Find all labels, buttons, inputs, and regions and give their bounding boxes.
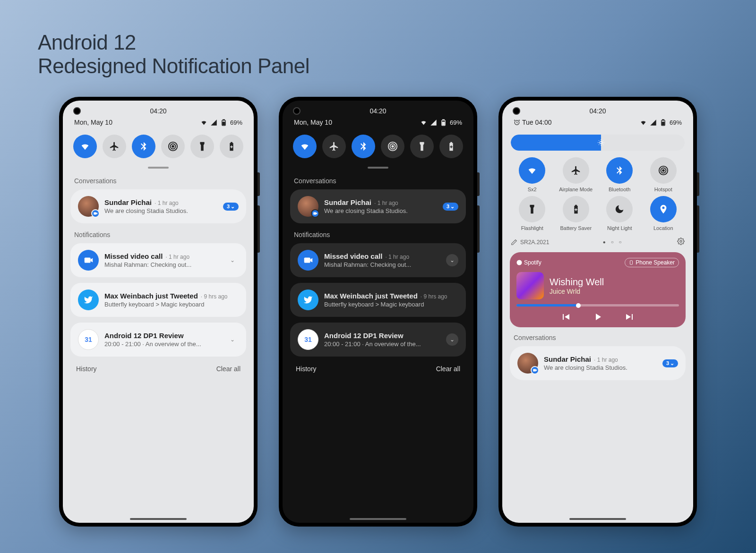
qs-hotspot-button[interactable] xyxy=(381,135,404,158)
avatar xyxy=(298,196,318,217)
conversation-count-badge[interactable]: 3⌄ xyxy=(443,203,458,211)
video-call-icon xyxy=(78,250,99,271)
qs-tile-label: Battery Saver xyxy=(560,225,592,231)
quick-settings-row xyxy=(63,132,254,162)
svg-rect-10 xyxy=(442,122,445,125)
punch-hole-camera xyxy=(513,107,520,115)
video-call-icon xyxy=(298,250,318,271)
qs-wifi-button[interactable] xyxy=(73,135,97,158)
qs-flashlight-button[interactable] xyxy=(410,135,434,158)
page-title-line1: Android 12 xyxy=(38,31,718,54)
qs-wifi-button[interactable] xyxy=(293,135,317,158)
qs-tile-label: Location xyxy=(653,225,673,231)
svg-rect-1 xyxy=(223,119,225,120)
notification-card[interactable]: Missed video call · 1 hr ago Mishal Rahm… xyxy=(290,243,466,277)
nav-handle[interactable] xyxy=(569,518,626,520)
nav-handle[interactable] xyxy=(350,518,406,520)
conversation-card[interactable]: Sundar Pichai · 1 hr ago We are closing … xyxy=(70,189,246,223)
notification-title: Android 12 DP1 Review xyxy=(324,332,404,340)
status-indicators: 69% xyxy=(200,119,242,126)
app-badge-icon xyxy=(91,209,100,218)
next-track-button[interactable] xyxy=(624,311,636,323)
punch-hole-camera xyxy=(293,107,301,115)
edit-icon[interactable] xyxy=(511,239,517,246)
notification-text: 20:00 - 21:00 · An overview of the... xyxy=(104,340,221,348)
expand-chevron[interactable]: ⌄ xyxy=(226,333,239,346)
quick-settings-grid: Sx2 Airplane Mode Bluetooth Hotspot Flas… xyxy=(502,157,693,235)
qs-battery-saver-button[interactable] xyxy=(220,135,243,158)
qs-bluetooth-button[interactable] xyxy=(606,157,633,184)
twitter-icon xyxy=(298,289,318,310)
signal-icon xyxy=(650,119,657,126)
qs-bluetooth-button[interactable] xyxy=(132,135,155,158)
notification-card[interactable]: 31 Android 12 DP1 Review 20:00 - 21:00 ·… xyxy=(290,323,466,357)
qs-hotspot-button[interactable] xyxy=(161,135,185,158)
qs-flashlight-button[interactable] xyxy=(519,196,545,222)
qs-location-button[interactable] xyxy=(650,196,677,222)
history-button[interactable]: History xyxy=(76,365,97,373)
battery-percent: 69% xyxy=(450,119,462,126)
svg-point-11 xyxy=(392,145,394,147)
qs-night-light-button[interactable] xyxy=(606,196,633,222)
notification-card[interactable]: Max Weinbach just Tweeted · 9 hrs ago Bu… xyxy=(290,283,466,317)
drag-handle[interactable] xyxy=(368,167,388,169)
wifi-icon xyxy=(200,119,207,126)
previous-track-button[interactable] xyxy=(560,311,571,323)
settings-gear-icon[interactable] xyxy=(677,238,685,247)
conversation-card[interactable]: Sundar Pichai · 1 hr ago We are closing … xyxy=(510,346,686,380)
qs-tile-label: Sx2 xyxy=(528,187,537,192)
spotify-icon xyxy=(516,260,522,265)
expand-chevron[interactable]: ⌄ xyxy=(226,254,239,266)
conversation-count-badge[interactable]: 3⌄ xyxy=(223,203,239,211)
notification-card[interactable]: Max Weinbach just Tweeted · 9 hrs ago Bu… xyxy=(70,283,246,317)
album-art xyxy=(516,272,544,299)
svg-rect-9 xyxy=(443,119,445,120)
calendar-icon: 31 xyxy=(78,329,99,350)
qs-tile-label: Airplane Mode xyxy=(559,187,593,192)
play-button[interactable] xyxy=(592,311,603,323)
qs-wifi-button[interactable] xyxy=(519,157,545,184)
svg-rect-19 xyxy=(662,122,664,125)
conversations-header: Conversations xyxy=(283,175,473,189)
track-artist: Juice Wrld xyxy=(550,288,604,295)
status-indicators: 69% xyxy=(640,119,682,126)
notification-card[interactable]: 31 Android 12 DP1 Review 20:00 - 21:00 ·… xyxy=(70,323,246,357)
expand-chevron[interactable]: ⌄ xyxy=(446,333,458,346)
qs-airplane-button[interactable] xyxy=(322,135,346,158)
conversations-header: Conversations xyxy=(502,332,693,346)
drag-handle[interactable] xyxy=(148,167,169,169)
conversation-text: We are closing Stadia Studios. xyxy=(324,207,437,214)
page-title-line2: Redesigned Notification Panel xyxy=(38,54,718,78)
qs-battery-saver-button[interactable] xyxy=(439,135,463,158)
expand-chevron[interactable]: ⌄ xyxy=(446,254,458,266)
conversation-meta: 1 hr ago xyxy=(158,200,179,206)
brightness-thumb-icon xyxy=(596,137,606,148)
notification-text: Mishal Rahman: Checking out... xyxy=(104,261,221,268)
battery-percent: 69% xyxy=(230,119,242,126)
media-progress-bar[interactable] xyxy=(516,304,679,306)
conversation-text: We are closing Stadia Studios. xyxy=(104,207,217,214)
svg-rect-18 xyxy=(662,119,664,120)
notification-meta: 9 hrs ago xyxy=(204,293,228,300)
qs-bluetooth-button[interactable] xyxy=(352,135,375,158)
qs-hotspot-button[interactable] xyxy=(650,157,677,184)
battery-icon xyxy=(660,119,667,126)
brightness-slider[interactable] xyxy=(511,135,685,151)
qs-airplane-button[interactable] xyxy=(103,135,126,158)
status-date: Mon, May 10 xyxy=(74,119,112,126)
qs-battery-saver-button[interactable] xyxy=(563,196,589,222)
nav-handle[interactable] xyxy=(130,518,187,520)
qs-flashlight-button[interactable] xyxy=(190,135,214,158)
notification-card[interactable]: Missed video call · 1 hr ago Mishal Rahm… xyxy=(70,243,246,277)
svg-point-25 xyxy=(517,260,522,265)
notification-meta: 9 hrs ago xyxy=(424,293,447,300)
clear-all-button[interactable]: Clear all xyxy=(216,365,241,373)
conversation-meta: 1 hr ago xyxy=(597,357,618,363)
history-button[interactable]: History xyxy=(296,365,317,373)
media-player-card[interactable]: Spotify Phone Speaker Wishing Well Juice… xyxy=(510,252,686,327)
media-output-chip[interactable]: Phone Speaker xyxy=(625,258,679,267)
conversation-count-badge[interactable]: 3⌄ xyxy=(662,359,678,367)
qs-airplane-button[interactable] xyxy=(563,157,589,184)
clear-all-button[interactable]: Clear all xyxy=(436,365,460,373)
conversation-card[interactable]: Sundar Pichai · 1 hr ago We are closing … xyxy=(290,189,466,223)
